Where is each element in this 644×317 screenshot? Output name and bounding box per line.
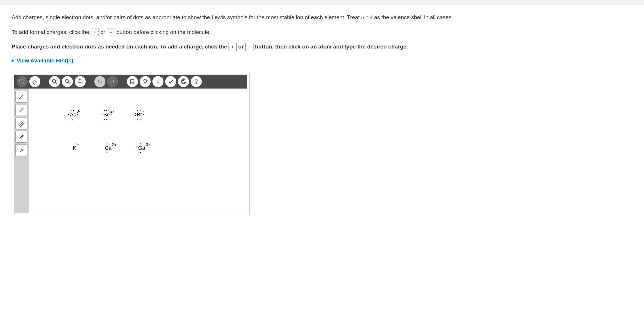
triple-bond-button[interactable] xyxy=(15,118,27,129)
svg-line-22 xyxy=(19,121,23,125)
hash-bond-button[interactable] xyxy=(15,144,27,156)
hints-label: View Available Hint(s) xyxy=(17,57,73,64)
atom-ga[interactable]: Ga3+ xyxy=(138,145,145,151)
atom-charge: 2+ xyxy=(112,142,117,147)
wedge-bond-button[interactable] xyxy=(15,131,27,143)
instruction-3: Place charges and electron dots as neede… xyxy=(12,43,632,51)
electron-dot xyxy=(106,119,107,120)
atom-symbol: Ca2+ xyxy=(105,145,111,151)
text: button, then click on an atom and type t… xyxy=(255,44,408,50)
canvas-area: As3-Se2-Br-K+Ca2+Ga3+ xyxy=(14,89,247,213)
svg-line-6 xyxy=(68,82,70,84)
redo-button[interactable] xyxy=(107,76,118,87)
svg-point-10 xyxy=(79,81,80,82)
electron-dot xyxy=(136,147,137,148)
molecule-canvas[interactable]: As3-Se2-Br-K+Ca2+Ga3+ xyxy=(29,89,247,213)
text-or: or xyxy=(100,29,107,35)
electron-dot xyxy=(140,110,141,111)
triangle-right-icon xyxy=(12,59,14,62)
variable-n: n xyxy=(361,14,364,20)
electron-dot xyxy=(107,152,107,153)
svg-line-24 xyxy=(20,123,24,127)
undo-button[interactable] xyxy=(94,76,105,87)
svg-rect-0 xyxy=(20,80,24,83)
text: button before clicking on the molecule. xyxy=(116,29,211,35)
plus-charge-button-2[interactable] xyxy=(229,43,237,51)
question-content: Add charges, single electron dots, and/o… xyxy=(0,5,644,224)
equals: = xyxy=(364,14,370,20)
svg-line-23 xyxy=(19,122,24,126)
zoom-in-button[interactable] xyxy=(49,76,60,87)
svg-text:An: An xyxy=(131,81,134,83)
electron-dot xyxy=(104,119,105,120)
atom-symbol: K+ xyxy=(73,145,76,151)
electron-dot xyxy=(68,114,69,115)
electron-dot xyxy=(104,110,105,111)
electron-dot xyxy=(135,115,136,116)
electron-dot xyxy=(137,119,138,120)
value-4: 4 xyxy=(370,14,373,20)
atom-charge: - xyxy=(143,109,144,114)
atom-br[interactable]: Br- xyxy=(137,112,142,118)
svg-line-21 xyxy=(20,109,24,113)
window-top-bar xyxy=(0,0,644,5)
atom-symbol: Ga3+ xyxy=(138,145,145,151)
svg-rect-17 xyxy=(158,81,159,84)
svg-line-15 xyxy=(147,80,148,81)
svg-line-28 xyxy=(21,150,22,151)
single-bond-button[interactable] xyxy=(15,91,27,102)
electron-dot xyxy=(71,110,71,111)
zoom-out-button[interactable] xyxy=(62,76,73,87)
electron-dot xyxy=(73,110,74,111)
paste-atom-button[interactable]: An xyxy=(127,76,138,87)
check-button[interactable] xyxy=(165,76,176,87)
marquee-select-button[interactable] xyxy=(17,76,28,87)
double-bond-button[interactable] xyxy=(15,104,27,116)
electron-dot xyxy=(111,114,111,115)
atom-symbol: As3- xyxy=(70,112,76,118)
electron-dot xyxy=(140,152,141,153)
atom-symbol: Se2- xyxy=(103,112,110,118)
atom-charge: 3+ xyxy=(146,142,150,147)
zoom-fit-button[interactable] xyxy=(75,76,86,87)
view-hints-toggle[interactable]: View Available Hint(s) xyxy=(12,57,73,64)
electron-dot xyxy=(140,143,141,144)
electron-dot xyxy=(72,119,73,120)
text: Place charges and electron dots as neede… xyxy=(12,44,229,50)
svg-line-19 xyxy=(19,95,23,99)
editor-left-toolbar xyxy=(14,89,29,213)
info-button[interactable] xyxy=(152,76,163,87)
text-or: or xyxy=(238,44,245,50)
atom-charge: + xyxy=(77,142,79,147)
atom-ca[interactable]: Ca2+ xyxy=(105,145,111,151)
svg-line-27 xyxy=(20,151,21,152)
electron-dot xyxy=(135,113,136,114)
editor-top-toolbar: An xyxy=(14,75,247,89)
electron-dot xyxy=(75,143,75,144)
electron-dot xyxy=(140,119,141,120)
instruction-1: Add charges, single electron dots, and/o… xyxy=(12,13,632,22)
atom-k[interactable]: K+ xyxy=(73,145,76,151)
svg-line-26 xyxy=(19,152,20,152)
text: as the valence shell in all cases. xyxy=(373,14,453,20)
electron-dot xyxy=(107,143,107,144)
electron-dot xyxy=(102,114,102,115)
plus-charge-button[interactable] xyxy=(91,28,99,36)
eraser-button[interactable] xyxy=(29,76,40,87)
svg-line-2 xyxy=(55,82,57,84)
minus-charge-button[interactable] xyxy=(107,28,115,36)
svg-line-14 xyxy=(143,80,143,81)
svg-point-16 xyxy=(158,80,159,81)
svg-point-18 xyxy=(196,83,197,84)
svg-marker-25 xyxy=(19,135,24,139)
electron-dot xyxy=(137,110,138,111)
molecule-editor: An xyxy=(12,72,250,216)
hint-button[interactable] xyxy=(140,76,151,87)
electron-dot xyxy=(77,114,78,115)
help-button[interactable] xyxy=(191,76,202,87)
text: To add formal charges, click the xyxy=(12,29,91,35)
reset-button[interactable] xyxy=(178,76,189,87)
minus-charge-button-2[interactable] xyxy=(245,43,253,51)
atom-as[interactable]: As3- xyxy=(70,112,76,118)
atom-se[interactable]: Se2- xyxy=(103,112,110,118)
